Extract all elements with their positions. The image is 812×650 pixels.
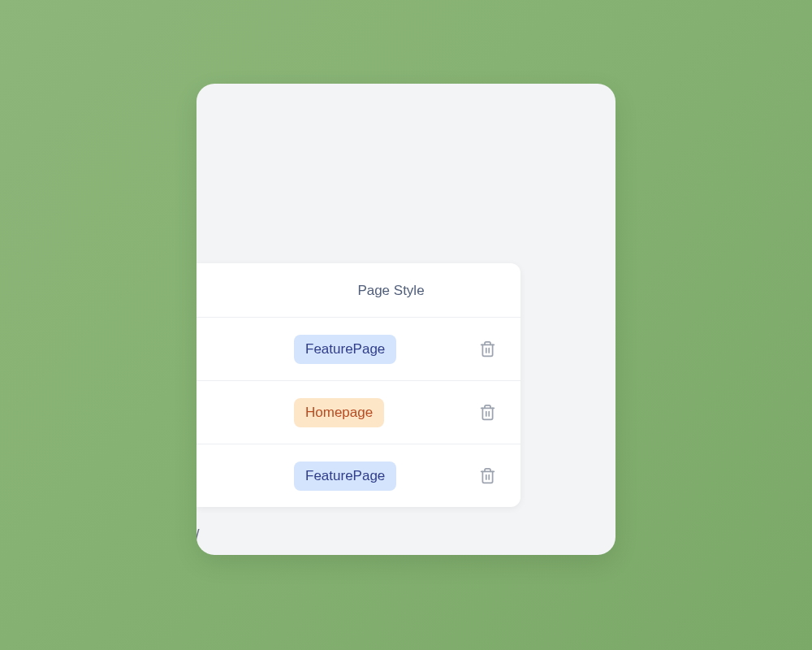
table-row: FeaturePage [197, 318, 520, 381]
trash-icon [479, 467, 496, 484]
page-style-badge[interactable]: Homepage [294, 398, 384, 427]
page-style-badge[interactable]: FeaturePage [294, 335, 396, 364]
delete-button[interactable] [473, 461, 511, 491]
delete-button[interactable] [473, 397, 511, 427]
card-container: Page Style FeaturePage Homepage [197, 84, 615, 555]
table-row: Homepage [197, 381, 520, 444]
page-style-badge[interactable]: FeaturePage [294, 462, 396, 491]
delete-button[interactable] [473, 334, 511, 364]
column-header: Page Style [221, 283, 496, 299]
table-row: FeaturePage [197, 444, 520, 507]
table-header: Page Style [197, 263, 520, 318]
trash-icon [479, 340, 496, 358]
page-style-table: Page Style FeaturePage Homepage [197, 263, 520, 507]
trash-icon [479, 404, 496, 421]
truncated-text: / [197, 526, 200, 545]
